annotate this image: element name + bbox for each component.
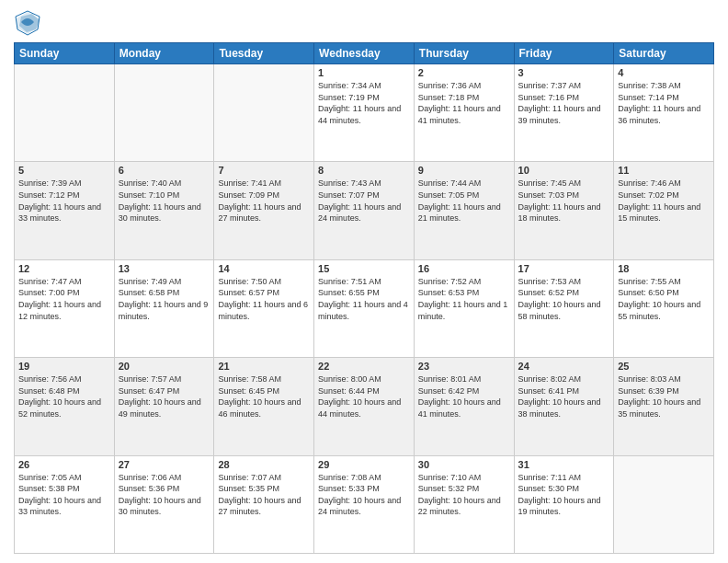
- day-info: Sunrise: 8:00 AM Sunset: 6:44 PM Dayligh…: [318, 373, 410, 419]
- day-number: 8: [318, 165, 410, 176]
- day-info: Sunrise: 7:41 AM Sunset: 7:09 PM Dayligh…: [218, 178, 310, 224]
- day-number: 12: [18, 263, 110, 274]
- day-info: Sunrise: 7:50 AM Sunset: 6:57 PM Dayligh…: [218, 276, 310, 322]
- calendar-cell: 18Sunrise: 7:55 AM Sunset: 6:50 PM Dayli…: [614, 259, 714, 357]
- day-number: 19: [18, 361, 110, 372]
- day-info: Sunrise: 7:05 AM Sunset: 5:38 PM Dayligh…: [18, 472, 110, 518]
- day-info: Sunrise: 7:43 AM Sunset: 7:07 PM Dayligh…: [318, 178, 410, 224]
- day-info: Sunrise: 7:52 AM Sunset: 6:53 PM Dayligh…: [418, 276, 510, 322]
- day-info: Sunrise: 7:45 AM Sunset: 7:03 PM Dayligh…: [518, 178, 610, 224]
- calendar-cell: [214, 64, 314, 162]
- day-number: 20: [119, 361, 210, 372]
- day-number: 17: [518, 263, 610, 274]
- col-header-tuesday: Tuesday: [214, 43, 314, 64]
- calendar-cell: 25Sunrise: 8:03 AM Sunset: 6:39 PM Dayli…: [614, 358, 714, 455]
- calendar-cell: 1Sunrise: 7:34 AM Sunset: 7:19 PM Daylig…: [314, 64, 415, 162]
- day-info: Sunrise: 7:38 AM Sunset: 7:14 PM Dayligh…: [618, 80, 710, 126]
- day-info: Sunrise: 7:08 AM Sunset: 5:33 PM Dayligh…: [318, 472, 410, 518]
- day-info: Sunrise: 7:39 AM Sunset: 7:12 PM Dayligh…: [18, 178, 110, 224]
- calendar-cell: 16Sunrise: 7:52 AM Sunset: 6:53 PM Dayli…: [414, 259, 514, 357]
- calendar-cell: 31Sunrise: 7:11 AM Sunset: 5:30 PM Dayli…: [514, 455, 614, 553]
- day-info: Sunrise: 7:51 AM Sunset: 6:55 PM Dayligh…: [318, 276, 410, 322]
- day-info: Sunrise: 7:34 AM Sunset: 7:19 PM Dayligh…: [318, 80, 410, 126]
- col-header-wednesday: Wednesday: [314, 43, 415, 64]
- calendar-cell: 29Sunrise: 7:08 AM Sunset: 5:33 PM Dayli…: [314, 455, 415, 553]
- calendar-cell: 27Sunrise: 7:06 AM Sunset: 5:36 PM Dayli…: [114, 455, 214, 553]
- day-info: Sunrise: 7:11 AM Sunset: 5:30 PM Dayligh…: [518, 472, 610, 518]
- day-number: 9: [418, 165, 510, 176]
- day-number: 26: [18, 459, 110, 470]
- day-info: Sunrise: 7:10 AM Sunset: 5:32 PM Dayligh…: [418, 472, 510, 518]
- calendar-cell: 21Sunrise: 7:58 AM Sunset: 6:45 PM Dayli…: [214, 358, 314, 455]
- day-number: 23: [418, 361, 510, 372]
- day-number: 31: [518, 459, 610, 470]
- day-info: Sunrise: 7:44 AM Sunset: 7:05 PM Dayligh…: [418, 178, 510, 224]
- day-number: 7: [218, 165, 310, 176]
- calendar-cell: 20Sunrise: 7:57 AM Sunset: 6:47 PM Dayli…: [114, 358, 214, 455]
- calendar-cell: 13Sunrise: 7:49 AM Sunset: 6:58 PM Dayli…: [114, 259, 214, 357]
- calendar-cell: 30Sunrise: 7:10 AM Sunset: 5:32 PM Dayli…: [414, 455, 514, 553]
- day-info: Sunrise: 7:36 AM Sunset: 7:18 PM Dayligh…: [418, 80, 510, 126]
- calendar-cell: 4Sunrise: 7:38 AM Sunset: 7:14 PM Daylig…: [614, 64, 714, 162]
- calendar-cell: [114, 64, 214, 162]
- calendar-cell: 17Sunrise: 7:53 AM Sunset: 6:52 PM Dayli…: [514, 259, 614, 357]
- col-header-saturday: Saturday: [614, 43, 714, 64]
- day-info: Sunrise: 7:37 AM Sunset: 7:16 PM Dayligh…: [518, 80, 610, 126]
- calendar-cell: [15, 64, 115, 162]
- day-info: Sunrise: 7:40 AM Sunset: 7:10 PM Dayligh…: [119, 178, 210, 224]
- day-number: 3: [518, 67, 610, 78]
- calendar-cell: 28Sunrise: 7:07 AM Sunset: 5:35 PM Dayli…: [214, 455, 314, 553]
- day-number: 4: [618, 67, 710, 78]
- calendar-cell: [614, 455, 714, 553]
- day-number: 30: [418, 459, 510, 470]
- day-number: 22: [318, 361, 410, 372]
- col-header-sunday: Sunday: [15, 43, 115, 64]
- calendar-cell: 10Sunrise: 7:45 AM Sunset: 7:03 PM Dayli…: [514, 162, 614, 259]
- day-number: 24: [518, 361, 610, 372]
- calendar-cell: 6Sunrise: 7:40 AM Sunset: 7:10 PM Daylig…: [114, 162, 214, 259]
- day-number: 29: [318, 459, 410, 470]
- day-number: 18: [618, 263, 710, 274]
- day-number: 10: [518, 165, 610, 176]
- day-info: Sunrise: 7:46 AM Sunset: 7:02 PM Dayligh…: [618, 178, 710, 224]
- day-number: 11: [618, 165, 710, 176]
- calendar-cell: 3Sunrise: 7:37 AM Sunset: 7:16 PM Daylig…: [514, 64, 614, 162]
- day-number: 28: [218, 459, 310, 470]
- day-info: Sunrise: 8:02 AM Sunset: 6:41 PM Dayligh…: [518, 373, 610, 419]
- day-info: Sunrise: 7:49 AM Sunset: 6:58 PM Dayligh…: [119, 276, 210, 322]
- day-number: 5: [18, 165, 110, 176]
- calendar-cell: 5Sunrise: 7:39 AM Sunset: 7:12 PM Daylig…: [15, 162, 115, 259]
- calendar-cell: 15Sunrise: 7:51 AM Sunset: 6:55 PM Dayli…: [314, 259, 415, 357]
- day-info: Sunrise: 7:55 AM Sunset: 6:50 PM Dayligh…: [618, 276, 710, 322]
- day-info: Sunrise: 7:58 AM Sunset: 6:45 PM Dayligh…: [218, 373, 310, 419]
- calendar-table: SundayMondayTuesdayWednesdayThursdayFrid…: [14, 42, 714, 554]
- calendar-cell: 24Sunrise: 8:02 AM Sunset: 6:41 PM Dayli…: [514, 358, 614, 455]
- logo-icon: [14, 9, 41, 37]
- header: [14, 9, 714, 37]
- day-number: 16: [418, 263, 510, 274]
- day-info: Sunrise: 7:47 AM Sunset: 7:00 PM Dayligh…: [18, 276, 110, 322]
- day-info: Sunrise: 8:01 AM Sunset: 6:42 PM Dayligh…: [418, 373, 510, 419]
- calendar-cell: 11Sunrise: 7:46 AM Sunset: 7:02 PM Dayli…: [614, 162, 714, 259]
- calendar-cell: 14Sunrise: 7:50 AM Sunset: 6:57 PM Dayli…: [214, 259, 314, 357]
- day-info: Sunrise: 7:53 AM Sunset: 6:52 PM Dayligh…: [518, 276, 610, 322]
- day-number: 14: [218, 263, 310, 274]
- day-info: Sunrise: 7:07 AM Sunset: 5:35 PM Dayligh…: [218, 472, 310, 518]
- day-info: Sunrise: 7:56 AM Sunset: 6:48 PM Dayligh…: [18, 373, 110, 419]
- day-number: 6: [119, 165, 210, 176]
- calendar-cell: 22Sunrise: 8:00 AM Sunset: 6:44 PM Dayli…: [314, 358, 415, 455]
- calendar-cell: 7Sunrise: 7:41 AM Sunset: 7:09 PM Daylig…: [214, 162, 314, 259]
- day-info: Sunrise: 8:03 AM Sunset: 6:39 PM Dayligh…: [618, 373, 710, 419]
- col-header-thursday: Thursday: [414, 43, 514, 64]
- page: SundayMondayTuesdayWednesdayThursdayFrid…: [0, 0, 728, 563]
- day-number: 2: [418, 67, 510, 78]
- day-number: 15: [318, 263, 410, 274]
- day-info: Sunrise: 7:06 AM Sunset: 5:36 PM Dayligh…: [119, 472, 210, 518]
- calendar-cell: 23Sunrise: 8:01 AM Sunset: 6:42 PM Dayli…: [414, 358, 514, 455]
- day-number: 27: [119, 459, 210, 470]
- logo: [14, 9, 45, 37]
- calendar-cell: 2Sunrise: 7:36 AM Sunset: 7:18 PM Daylig…: [414, 64, 514, 162]
- calendar-cell: 19Sunrise: 7:56 AM Sunset: 6:48 PM Dayli…: [15, 358, 115, 455]
- day-number: 21: [218, 361, 310, 372]
- col-header-monday: Monday: [114, 43, 214, 64]
